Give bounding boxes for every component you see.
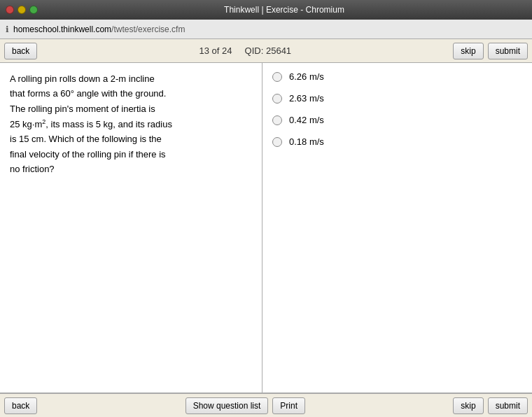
address-bar: ℹ homeschool.thinkwell.com/twtest/exerci…	[0, 20, 532, 39]
question-line2: that forms a 60° angle with the ground.	[10, 88, 166, 99]
print-button[interactable]: Print	[272, 397, 305, 414]
skip-button-bottom[interactable]: skip	[453, 397, 483, 414]
answer-option-4[interactable]: 0.18 m/s	[272, 136, 522, 147]
content-area: A rolling pin rolls down a 2-m incline t…	[0, 63, 532, 393]
answer-radio-3[interactable]	[272, 115, 282, 125]
show-question-list-button[interactable]: Show question list	[186, 397, 269, 414]
answer-radio-2[interactable]	[272, 94, 282, 104]
url-domain: homeschool.thinkwell.com	[13, 24, 111, 34]
question-line3: The rolling pin's moment of inertia is	[10, 104, 155, 114]
answer-radio-4[interactable]	[272, 137, 282, 147]
bottom-toolbar-center: Show question list Print	[43, 397, 447, 414]
window-title: Thinkwell | Exercise - Chromium	[42, 5, 526, 15]
progress-display: 13 of 24 QID: 25641	[43, 45, 447, 56]
top-toolbar: back 13 of 24 QID: 25641 skip submit	[0, 39, 532, 63]
info-icon: ℹ	[6, 24, 9, 34]
qid-text: QID: 25641	[245, 45, 292, 56]
answer-option-1[interactable]: 6.26 m/s	[272, 71, 522, 82]
bottom-toolbar-right: skip submit	[453, 397, 528, 414]
question-line6: final velocity of the rolling pin if the…	[10, 149, 166, 160]
maximize-button[interactable]	[29, 6, 38, 14]
question-panel: A rolling pin rolls down a 2-m incline t…	[0, 63, 262, 393]
skip-button-top[interactable]: skip	[453, 43, 483, 59]
answer-option-2[interactable]: 2.63 m/s	[272, 93, 522, 104]
minimize-button[interactable]	[18, 6, 26, 14]
submit-button-top[interactable]: submit	[488, 43, 528, 59]
submit-button-bottom[interactable]: submit	[488, 397, 528, 414]
answer-label-2: 2.63 m/s	[289, 93, 324, 104]
question-line7: no friction?	[10, 164, 55, 174]
answer-option-3[interactable]: 0.42 m/s	[272, 115, 522, 125]
back-button[interactable]: back	[4, 43, 37, 59]
bottom-toolbar: back Show question list Print skip submi…	[0, 393, 532, 417]
answer-label-1: 6.26 m/s	[289, 71, 324, 82]
title-bar: Thinkwell | Exercise - Chromium	[0, 0, 532, 20]
question-line4: 25 kg·m2, its mass is 5 kg, and its radi…	[10, 119, 172, 129]
answer-label-3: 0.42 m/s	[289, 115, 324, 125]
answer-label-4: 0.18 m/s	[289, 136, 324, 147]
question-line5: is 15 cm. Which of the following is the	[10, 134, 162, 144]
progress-text: 13 of 24	[200, 45, 232, 56]
answers-panel: 6.26 m/s 2.63 m/s 0.42 m/s 0.18 m/s	[262, 63, 532, 393]
question-text: A rolling pin rolls down a 2-m incline t…	[10, 71, 252, 176]
toolbar-right-buttons: skip submit	[453, 43, 528, 59]
back-button-bottom[interactable]: back	[4, 397, 37, 414]
url-path: /twtest/exercise.cfm	[111, 24, 185, 34]
window-controls	[6, 6, 38, 14]
close-button[interactable]	[6, 6, 14, 14]
url-display: homeschool.thinkwell.com/twtest/exercise…	[13, 24, 185, 34]
answer-radio-1[interactable]	[272, 72, 282, 82]
question-line1: A rolling pin rolls down a 2-m incline	[10, 73, 155, 84]
